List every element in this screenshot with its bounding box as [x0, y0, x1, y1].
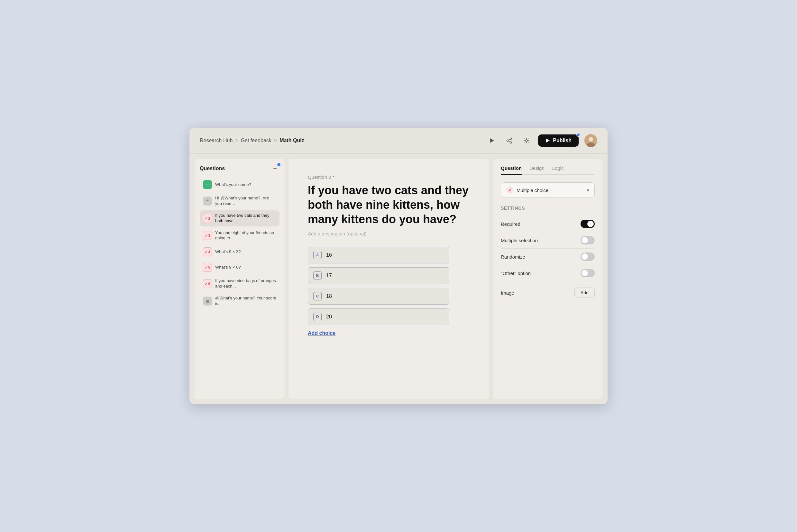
tab-question[interactable]: Question: [501, 165, 522, 175]
question-badge-end: ▣: [203, 297, 212, 306]
breadcrumb-current: Math Quiz: [280, 138, 304, 144]
svg-marker-7: [546, 139, 550, 142]
question-text-quote: Hi @What's your name?. Are you read...: [215, 195, 276, 207]
svg-line-5: [509, 141, 510, 142]
choice-value-d: 20: [326, 314, 332, 320]
list-item[interactable]: ❝ Hi @What's your name?. Are you read...: [200, 193, 280, 209]
add-choice-button[interactable]: Add choice: [308, 330, 470, 336]
settings-label-other: "Other" option: [501, 270, 531, 276]
settings-label-multiple: Multiple selection: [501, 238, 538, 243]
question-text-6: If you have nine bags of oranges and eac…: [215, 278, 276, 289]
question-check-6: ✓ 6: [203, 279, 212, 288]
svg-line-4: [509, 139, 510, 140]
tabs: Question Design Logic: [501, 165, 595, 175]
svg-point-1: [510, 138, 512, 139]
settings-label-randomize: Randomize: [501, 254, 525, 260]
toggle-required[interactable]: [581, 220, 595, 228]
list-item[interactable]: ✓ 3 You and eight of your friends are go…: [200, 228, 280, 244]
tab-logic[interactable]: Logic: [552, 165, 564, 175]
breadcrumb-sep2: >: [274, 138, 277, 144]
question-check-5: ✓ 5: [203, 263, 212, 272]
choice-value-a: 16: [326, 252, 332, 258]
question-badge-quote: ❝: [203, 196, 212, 206]
question-check-4: ✓ 4: [203, 247, 212, 256]
publish-label: Publish: [553, 138, 571, 144]
list-item[interactable]: ✓ 6 If you have nine bags of oranges and…: [200, 276, 280, 292]
sidebar: Questions + — What's your name? ❝ Hi @: [195, 159, 285, 399]
breadcrumb-sep1: >: [235, 138, 238, 144]
choice-value-c: 18: [326, 293, 332, 299]
sidebar-title: Questions: [200, 166, 225, 171]
question-type-select[interactable]: ✓ Multiple choice ▾: [501, 183, 595, 198]
choice-letter-b: B: [313, 271, 322, 280]
tab-design[interactable]: Design: [529, 165, 545, 175]
list-item[interactable]: ✓ 2 If you have two cats and they both h…: [200, 210, 280, 226]
header-actions: Publish: [486, 134, 597, 147]
choice-c[interactable]: C 18: [308, 288, 449, 305]
settings-title: Settings: [501, 206, 595, 211]
toggle-randomize[interactable]: [581, 252, 595, 261]
add-question-dot: [277, 163, 281, 166]
question-check-3: ✓ 3: [203, 231, 212, 240]
publish-icon: [545, 138, 550, 143]
breadcrumb-part1[interactable]: Research Hub: [200, 138, 232, 144]
preview-button[interactable]: [486, 135, 497, 146]
question-type-icon: ✓: [506, 187, 513, 194]
choice-letter-c: C: [313, 292, 322, 300]
publish-notification-dot: [576, 133, 580, 137]
publish-button[interactable]: Publish: [538, 134, 578, 147]
image-row: Image Add: [501, 288, 595, 298]
list-item[interactable]: ✓ 5 What's 9 × 0?: [200, 260, 280, 274]
choice-a[interactable]: A 16: [308, 247, 449, 263]
toggle-multiple[interactable]: [581, 236, 595, 244]
question-type-label: Multiple choice: [516, 188, 548, 193]
choice-letter-d: D: [313, 312, 322, 321]
image-add-button[interactable]: Add: [574, 288, 595, 298]
add-question-button[interactable]: +: [270, 164, 280, 173]
choice-d[interactable]: D 20: [308, 308, 449, 325]
question-description[interactable]: Add a description (optional): [308, 231, 470, 236]
settings-button[interactable]: [521, 135, 532, 146]
choice-letter-a: A: [313, 251, 322, 259]
svg-point-6: [526, 139, 528, 141]
choices-list: A 16 B 17 C 18 D 20: [308, 247, 449, 325]
question-badge-1: —: [203, 180, 212, 189]
breadcrumb-part2[interactable]: Get feedback: [241, 138, 271, 144]
svg-marker-0: [490, 138, 494, 143]
chevron-down-icon: ▾: [587, 187, 589, 193]
question-text-4: What's 9 × 3?: [215, 249, 276, 255]
settings-row-other: "Other" option: [501, 265, 595, 281]
right-panel: Question Design Logic ✓ Multiple choice …: [493, 159, 602, 399]
svg-point-3: [507, 140, 509, 141]
settings-row-randomize: Randomize: [501, 249, 595, 265]
main-content: Questions + — What's your name? ❝ Hi @: [189, 154, 608, 404]
question-list: — What's your name? ❝ Hi @What's your na…: [200, 177, 280, 309]
sidebar-header: Questions +: [200, 164, 280, 173]
share-button[interactable]: [504, 135, 515, 146]
settings-row-required: Required: [501, 216, 595, 232]
avatar[interactable]: [584, 134, 597, 147]
list-item[interactable]: ✓ 4 What's 9 × 3?: [200, 245, 280, 259]
list-item[interactable]: — What's your name?: [200, 177, 280, 192]
settings-section: Settings Required Multiple selection Ran…: [501, 206, 595, 281]
question-text-2: If you have two cats and they both have.…: [215, 213, 276, 224]
breadcrumb: Research Hub > Get feedback > Math Quiz: [200, 138, 304, 144]
toggle-other[interactable]: [581, 269, 595, 277]
settings-label-required: Required: [501, 221, 520, 227]
question-check-2: ✓ 2: [203, 214, 212, 223]
question-text-1: What's your name?: [215, 182, 276, 188]
toggle-knob-other: [582, 270, 588, 276]
image-label: Image: [501, 290, 514, 296]
question-label: Question 2 *: [308, 174, 470, 180]
choice-value-b: 17: [326, 273, 332, 279]
question-type-inner: ✓ Multiple choice: [506, 187, 548, 194]
toggle-knob-randomize: [582, 253, 588, 260]
settings-row-multiple: Multiple selection: [501, 232, 595, 249]
center-panel: Question 2 * If you have two cats and th…: [288, 159, 489, 399]
header: Research Hub > Get feedback > Math Quiz: [189, 128, 608, 154]
toggle-knob-required: [587, 221, 594, 227]
svg-point-9: [589, 137, 593, 141]
choice-b[interactable]: B 17: [308, 267, 449, 284]
list-item[interactable]: ▣ @What's your name? Your score is...: [200, 293, 280, 309]
toggle-knob-multiple: [582, 237, 588, 244]
